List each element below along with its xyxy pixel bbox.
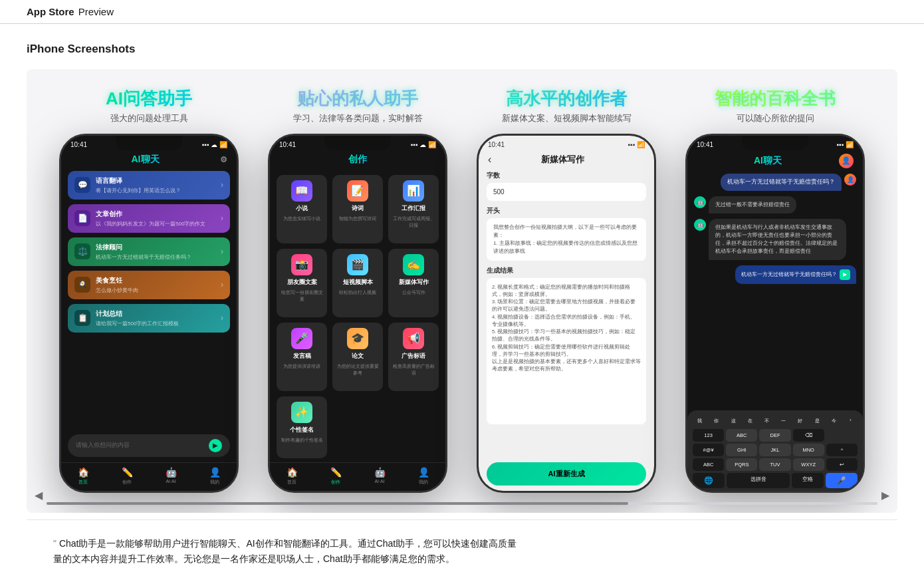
- phone-2-header: 创作: [270, 151, 445, 171]
- chat-item-2[interactable]: ⚖️ 法律顾问 机动车一方无过错就等于无赔偿任务吗？ ›: [68, 237, 230, 266]
- phone-1-input-placeholder: 请输入你想问的内容: [76, 441, 130, 450]
- kb-delete[interactable]: ⌫: [793, 429, 824, 442]
- chat-item-4-icon: 📋: [74, 310, 90, 326]
- chat-item-4[interactable]: 📋 计划总结 请给我写一篇500字的工作汇报模板 ›: [68, 304, 230, 333]
- phone-2-subheading: 学习、法律等各类问题，实时解答: [293, 112, 423, 124]
- p2-nav-create[interactable]: ✏️ 创作: [330, 467, 342, 486]
- phone-2: 贴心的私人助手 学习、法律等各类问题，实时解答 10:41 ▪▪▪ ☁ 📶 创作: [261, 89, 454, 493]
- chat-item-0[interactable]: 💬 语言翻译 将【请开心见到你】用英语怎么说？ ›: [68, 171, 230, 200]
- phone-1-send-button[interactable]: ▶: [209, 439, 222, 452]
- phone-3-writing-header: ‹ 新媒体写作: [479, 151, 654, 171]
- phone-1-input-bar[interactable]: 请输入你想问的内容 ▶: [68, 434, 230, 457]
- kb-voice[interactable]: 选拼音: [727, 473, 790, 488]
- nav-ai[interactable]: 🤖 AI·AI: [166, 467, 177, 486]
- phone-4-notch: [742, 136, 808, 150]
- grid-thesis[interactable]: 🎓 论文 为您的论文提供重要参考: [332, 323, 383, 391]
- grid-speech[interactable]: 🎤 发言稿 为您提供演讲培训: [277, 323, 327, 391]
- kb-char-row: 我 你 这 在 不 一 好 是 今 ›: [693, 416, 858, 426]
- phone-4-screen: 10:41 ▪▪▪ 📶 AI聊天 👤 机动车一方无过错就等于无赔偿责任吗？: [687, 136, 863, 491]
- quote-mark: ": [53, 538, 57, 549]
- kb-hash[interactable]: #@¥: [693, 444, 724, 456]
- phone-1-screen-title: AI聊天: [132, 154, 160, 166]
- ai-regenerate-button[interactable]: AI重新生成: [487, 462, 646, 486]
- kb-return[interactable]: ↩: [826, 458, 858, 471]
- header: App Store Preview: [0, 0, 924, 24]
- p2-nav-profile[interactable]: 👤 我的: [418, 467, 429, 486]
- grid-novel[interactable]: 📖 小说 为您忠实续写小说: [277, 175, 327, 243]
- phone-4-subheading: 可以随心所欲的提问: [737, 112, 814, 124]
- kb-123[interactable]: 123: [693, 429, 724, 442]
- kb-row-4: 🌐 选拼音 空格 🎤: [693, 473, 858, 488]
- phone-3: 高水平的创作者 新媒体文案、短视频脚本智能续写 10:41 ▪▪▪ 📶 ‹ 新媒…: [470, 89, 663, 493]
- main-content: iPhone Screenshots AI问答助手 强大的问题处理工具 10:4…: [0, 24, 924, 570]
- chat-item-1-icon: 📄: [74, 210, 90, 226]
- kb-jkl[interactable]: JKL: [759, 444, 790, 456]
- grid-signature[interactable]: ✨ 个性签名 制作有趣的个性签名: [277, 396, 327, 458]
- grid-moments[interactable]: 📸 朋友圈文案 给您写一份朋友圈文案: [277, 249, 327, 317]
- phone-3-time: 10:41: [488, 141, 505, 148]
- kb-ghi[interactable]: GHI: [726, 444, 757, 456]
- grid-social-media[interactable]: ✍️ 新媒体写作 公众号写作: [388, 249, 439, 317]
- nav-profile[interactable]: 👤 我的: [209, 467, 221, 486]
- chat-item-3[interactable]: 🍳 美食烹饪 怎么做小炒黄牛肉 ›: [68, 271, 230, 299]
- phone-4-messages: 机动车一方无过错就等于无赔偿责任吗？ 👤 🤖 无过错一般不需要承担赔偿责任 🤖: [687, 174, 863, 410]
- nav-create[interactable]: ✏️ 创作: [122, 467, 133, 486]
- word-count-input[interactable]: 500: [487, 183, 646, 201]
- description-section: " Chat助手是一款能够帮助用户进行智能聊天、AI创作和智能翻译的工具。通过C…: [27, 519, 897, 570]
- phone-3-content: 字数 500 开头 我想整合创作一份短视频拍摄大纲，以下是一些可以考虑的要素： …: [479, 171, 654, 457]
- scroll-track: [47, 502, 877, 505]
- kb-row-2: #@¥ GHI JKL MNO ^: [693, 444, 858, 456]
- grid-ad[interactable]: 📢 广告标语 检查高质量的广告标语: [388, 323, 439, 391]
- phone-1-time: 10:41: [70, 141, 87, 148]
- phone-2-title: 创作: [348, 154, 367, 164]
- kb-tuv[interactable]: TUV: [759, 458, 790, 471]
- intro-label: 开头: [487, 206, 646, 215]
- user-avatar: 👤: [839, 154, 854, 168]
- scroll-left-arrow[interactable]: ◀: [32, 489, 45, 502]
- chat-item-2-icon: ⚖️: [74, 243, 90, 259]
- kb-wxyz[interactable]: WXYZ: [793, 458, 824, 471]
- phone-1-subheading: 强大的问题处理工具: [110, 112, 188, 124]
- phone-3-subheading: 新媒体文案、短视频脚本智能续写: [502, 112, 632, 124]
- phone-4-frame: 10:41 ▪▪▪ 📶 AI聊天 👤 机动车一方无过错就等于无赔偿责任吗？: [685, 134, 865, 493]
- description-text: " Chat助手是一款能够帮助用户进行智能聊天、AI创作和智能翻译的工具。通过C…: [53, 536, 651, 568]
- section-title: iPhone Screenshots: [27, 43, 897, 56]
- phone-4-heading: 智能的百科全书: [715, 89, 836, 108]
- phone-4-title: AI聊天: [754, 155, 782, 167]
- scroll-right-arrow[interactable]: ▶: [879, 489, 892, 502]
- back-button[interactable]: ‹: [488, 154, 491, 166]
- phone-2-heading: 贴心的私人助手: [297, 89, 418, 108]
- kb-row-3: ABC PQRS TUV WXYZ ↩: [693, 458, 858, 471]
- kb-pqrs[interactable]: PQRS: [726, 458, 757, 471]
- kb-caret[interactable]: ^: [826, 444, 858, 456]
- chat-item-1[interactable]: 📄 文章创作 以《我的妈妈长发文》为题写一篇500字的作文 ›: [68, 204, 230, 233]
- phone-1: AI问答助手 强大的问题处理工具 10:41 ▪▪▪ ☁ 📶 AI聊天 ⚙: [53, 89, 245, 493]
- kb-send[interactable]: 🎤: [826, 473, 858, 488]
- kb-mno[interactable]: MNO: [793, 444, 824, 456]
- phone-3-frame: 10:41 ▪▪▪ 📶 ‹ 新媒体写作 字数 500: [477, 134, 656, 493]
- phone-4-time: 10:41: [697, 141, 713, 148]
- p2-nav-home[interactable]: 🏠 首页: [287, 467, 298, 486]
- word-count-label: 字数: [487, 171, 646, 180]
- phone-2-time: 10:41: [279, 141, 296, 148]
- phone-4-header: AI聊天 👤: [687, 151, 863, 174]
- phone-1-frame: 10:41 ▪▪▪ ☁ 📶 AI聊天 ⚙ 💬: [59, 134, 239, 493]
- kb-abc2[interactable]: ABC: [693, 458, 724, 471]
- kb-def[interactable]: DEF: [759, 429, 790, 442]
- grid-poetry[interactable]: 📝 诗词 智能为您撰写诗词: [332, 175, 383, 243]
- nav-home[interactable]: 🏠 首页: [78, 467, 89, 486]
- kb-row-1: 123 ABC DEF ⌫: [693, 429, 858, 442]
- kb-abc1[interactable]: ABC: [726, 429, 757, 442]
- grid-report[interactable]: 📊 工作汇报 工作完成写成周报、日报: [388, 175, 439, 243]
- screenshots-container: AI问答助手 强大的问题处理工具 10:41 ▪▪▪ ☁ 📶 AI聊天 ⚙: [27, 69, 897, 513]
- kb-emoji[interactable]: 🌐: [693, 473, 725, 488]
- grid-video-script[interactable]: 🎬 短视频脚本 轻松拍出打人视频: [332, 249, 383, 317]
- phone-1-chat-bottom: 请输入你想问的内容 ▶: [61, 429, 237, 462]
- result-content: 2. 视频长度和格式：确定您的视频需要的播放时间和拍摄格式，例如：竖屏或横屏。 …: [487, 278, 646, 424]
- phone-1-nav-bar: 🏠 首页 ✏️ 创作 🤖 AI·AI: [61, 462, 237, 491]
- scroll-thumb: [47, 502, 628, 505]
- msg-ai-2: 🤖 但如果是机动车与行人或者非机动车发生交通事故的，机动车一方即使无责任也要承担…: [694, 219, 856, 260]
- p2-nav-ai[interactable]: 🤖 AI·AI: [374, 467, 386, 486]
- intro-input[interactable]: 我想整合创作一份短视频拍摄大纲，以下是一些可以考虑的要素： 1. 主题和故事线：…: [487, 218, 646, 261]
- kb-space[interactable]: 空格: [792, 473, 824, 488]
